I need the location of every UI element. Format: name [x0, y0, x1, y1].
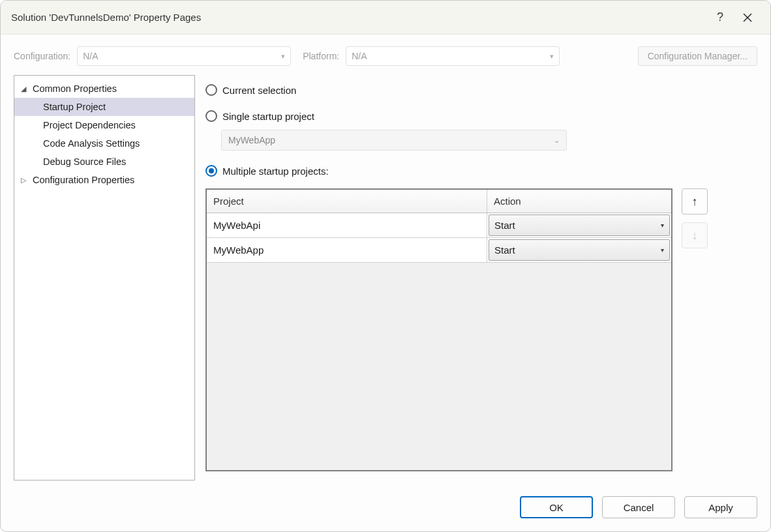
tree-label: Configuration Properties: [33, 175, 134, 185]
move-up-button[interactable]: ↑: [682, 188, 708, 214]
chevron-down-icon: ⌄: [554, 136, 560, 145]
configuration-value: N/A: [83, 51, 98, 61]
ok-button[interactable]: OK: [520, 496, 593, 518]
table-row[interactable]: MyWebApp Start ▾: [207, 238, 671, 263]
column-header-project[interactable]: Project: [207, 190, 487, 213]
chevron-down-icon: ▾: [661, 222, 664, 229]
tree-node-common-properties[interactable]: ◢ Common Properties: [14, 80, 194, 98]
single-startup-value: MyWebApp: [228, 135, 275, 145]
radio-label: Current selection: [222, 85, 296, 96]
tree-node-startup-project[interactable]: Startup Project: [14, 98, 194, 116]
chevron-down-icon: ▾: [550, 52, 554, 61]
titlebar: Solution 'DevTunnelsDemo' Property Pages…: [1, 1, 770, 35]
tree-label: Code Analysis Settings: [43, 138, 140, 149]
startup-projects-grid[interactable]: Project Action MyWebApi Start ▾: [205, 188, 673, 471]
property-tree[interactable]: ◢ Common Properties Startup Project Proj…: [14, 75, 195, 480]
action-value: Start: [494, 220, 515, 231]
cell-project-name: MyWebApp: [207, 238, 487, 262]
tree-label: Project Dependencies: [43, 120, 136, 130]
chevron-down-icon: ▾: [281, 52, 285, 61]
action-dropdown[interactable]: Start ▾: [489, 239, 670, 261]
dialog-footer: OK Cancel Apply: [1, 487, 770, 531]
close-icon: [743, 13, 752, 22]
tree-node-code-analysis-settings[interactable]: Code Analysis Settings: [14, 134, 194, 153]
reorder-buttons: ↑ ↓: [682, 188, 708, 471]
startup-project-panel: Current selection Single startup project…: [205, 75, 757, 480]
apply-button[interactable]: Apply: [684, 496, 757, 518]
property-pages-dialog: Solution 'DevTunnelsDemo' Property Pages…: [0, 0, 771, 532]
column-header-action[interactable]: Action: [487, 190, 671, 213]
platform-value: N/A: [352, 51, 367, 61]
radio-label: Single startup project: [222, 111, 314, 122]
radio-label: Multiple startup projects:: [222, 166, 329, 177]
radio-multiple-startup[interactable]: Multiple startup projects:: [205, 160, 757, 182]
chevron-down-icon: ▾: [661, 246, 664, 254]
radio-icon: [205, 165, 217, 177]
collapse-icon: ◢: [21, 85, 30, 93]
radio-icon: [205, 110, 217, 122]
window-title: Solution 'DevTunnelsDemo' Property Pages: [11, 12, 705, 23]
configuration-manager-button[interactable]: Configuration Manager...: [638, 46, 757, 66]
tree-node-configuration-properties[interactable]: ▷ Configuration Properties: [14, 171, 194, 189]
close-button[interactable]: [735, 5, 760, 30]
tree-node-project-dependencies[interactable]: Project Dependencies: [14, 116, 194, 134]
expand-icon: ▷: [21, 176, 30, 185]
table-row[interactable]: MyWebApi Start ▾: [207, 213, 671, 238]
radio-icon: [205, 84, 217, 96]
configuration-dropdown[interactable]: N/A ▾: [77, 46, 291, 66]
help-button[interactable]: ?: [708, 5, 733, 30]
tree-label: Common Properties: [33, 83, 117, 94]
main-area: ◢ Common Properties Startup Project Proj…: [1, 75, 770, 487]
arrow-down-icon: ↓: [692, 229, 698, 243]
tree-node-debug-source-files[interactable]: Debug Source Files: [14, 153, 194, 171]
cancel-button[interactable]: Cancel: [602, 496, 675, 518]
grid-header: Project Action: [207, 190, 671, 213]
action-value: Start: [494, 244, 515, 256]
radio-single-startup[interactable]: Single startup project: [205, 105, 757, 127]
platform-label: Platform:: [303, 51, 339, 61]
cell-project-name: MyWebApi: [207, 213, 487, 237]
radio-current-selection[interactable]: Current selection: [205, 79, 757, 101]
single-startup-dropdown[interactable]: MyWebApp ⌄: [221, 130, 567, 151]
configuration-label: Configuration:: [14, 51, 70, 61]
tree-label: Debug Source Files: [43, 156, 126, 167]
configuration-row: Configuration: N/A ▾ Platform: N/A ▾ Con…: [1, 35, 770, 75]
tree-label: Startup Project: [43, 102, 106, 112]
move-down-button[interactable]: ↓: [682, 222, 708, 248]
arrow-up-icon: ↑: [692, 195, 698, 209]
action-dropdown[interactable]: Start ▾: [489, 214, 670, 236]
platform-dropdown[interactable]: N/A ▾: [346, 46, 560, 66]
